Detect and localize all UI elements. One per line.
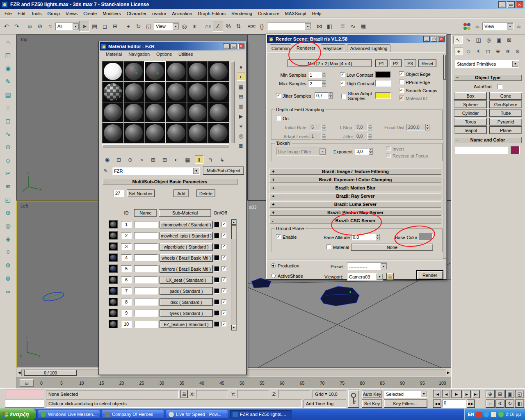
get-material-icon[interactable]: ◉ <box>103 155 112 164</box>
material-color-swatch[interactable] <box>214 244 219 249</box>
sample-slot[interactable] <box>123 102 145 123</box>
id-field[interactable]: 4 <box>121 254 132 261</box>
curve-editor-icon[interactable]: ∿ <box>348 21 358 32</box>
previous-frame-icon[interactable]: ◀ <box>442 390 450 398</box>
id-field[interactable]: 2 <box>121 232 132 239</box>
current-frame-field[interactable]: 0 <box>442 399 466 408</box>
material-color-swatch[interactable] <box>214 266 219 272</box>
quick-render-icon[interactable]: ☕ <box>514 21 524 32</box>
time-step-forward-icon[interactable]: ▶ <box>446 370 450 376</box>
box-button[interactable]: Box <box>454 92 487 100</box>
utilities-panel-icon[interactable]: ∞ <box>2 286 14 297</box>
sample-slot[interactable] <box>166 82 187 102</box>
invert-checkbox[interactable] <box>386 146 391 151</box>
render-viewport-dropdown[interactable]: Camera03▼ <box>347 273 383 281</box>
key-filters-button[interactable]: Key Filters... <box>384 399 427 408</box>
scroll-down-icon[interactable]: ▼ <box>231 325 236 330</box>
name-field[interactable] <box>134 276 158 283</box>
add-button[interactable]: Add <box>173 189 189 197</box>
unlink-selection-icon[interactable]: ⊘ <box>35 21 45 32</box>
arc-rotate-icon[interactable]: ↻ <box>505 399 514 408</box>
exponent-spinner[interactable]: 3,0▲▼ <box>355 148 373 155</box>
sub-material-button[interactable]: disc ( Standard ) <box>160 298 213 306</box>
menu-modifiers[interactable]: Modifiers <box>100 10 124 17</box>
material-name-dropdown[interactable]: FZR▼ <box>112 167 200 175</box>
name-field[interactable] <box>134 321 158 328</box>
selection-region-icon[interactable]: ◻ <box>100 21 110 32</box>
maximize-button[interactable]: ▭ <box>231 43 237 49</box>
material-color-swatch[interactable] <box>214 288 219 294</box>
sub-material-button[interactable]: chromowheel ( Standard ) <box>160 221 213 228</box>
onoff-checkbox[interactable] <box>221 266 226 271</box>
menu-animation[interactable]: Animation <box>169 10 195 17</box>
sample-slot[interactable] <box>123 123 145 143</box>
y-coordinate-field[interactable] <box>237 390 269 398</box>
onoff-checkbox[interactable] <box>221 222 226 227</box>
tab-motion-icon[interactable]: ◎ <box>484 36 493 44</box>
primitive-category-dropdown[interactable]: Standard Primitives▼ <box>455 60 519 68</box>
spring-icon[interactable]: ∿ <box>2 128 14 139</box>
sphere-button[interactable]: Sphere <box>454 100 487 108</box>
zoom-icon[interactable]: ⊕ <box>486 390 495 398</box>
toy-car-wheel-icon[interactable]: ◎ <box>2 220 14 231</box>
key-mode-toggle-icon[interactable]: ◀◀ <box>433 399 441 408</box>
name-field[interactable] <box>134 221 158 228</box>
rollout-luma-server[interactable]: +Brazil: Luma Server <box>269 201 441 208</box>
material-thumbnail[interactable] <box>109 320 118 328</box>
high-contrast-checkbox[interactable] <box>340 81 345 86</box>
viewport-top-label[interactable]: Top <box>20 37 27 42</box>
ground-enable-checkbox[interactable] <box>276 234 281 239</box>
minimize-button[interactable]: _ <box>423 36 430 42</box>
zoom-region-icon[interactable]: ◱ <box>515 390 524 398</box>
name-field[interactable] <box>134 299 158 306</box>
show-end-result-icon[interactable]: ‖ <box>195 155 203 164</box>
material-thumbnail[interactable] <box>109 265 118 273</box>
render-button[interactable]: Render <box>417 271 443 279</box>
wind-icon[interactable]: ◰ <box>2 194 14 205</box>
material-color-swatch[interactable] <box>214 255 219 260</box>
initial-rate-spinner[interactable]: 5▲▼ <box>310 124 326 130</box>
create-animation-icon[interactable]: ⊗ <box>2 273 14 284</box>
id-field[interactable]: 9 <box>121 310 132 317</box>
analyze-world-icon[interactable]: ⊛ <box>2 260 14 271</box>
make-preview-icon[interactable]: ▶ <box>237 112 245 120</box>
geometry-icon[interactable]: ● <box>454 48 463 55</box>
redo-icon[interactable]: ↷ <box>11 21 22 32</box>
sub-material-button[interactable]: wheels ( Brazil Basic Mtl ) <box>160 254 213 262</box>
onoff-checkbox[interactable] <box>221 277 226 282</box>
viewport-left-label[interactable]: Left <box>21 203 28 208</box>
chevron-down-icon[interactable]: ▼ <box>381 263 387 269</box>
onoff-checkbox[interactable] <box>221 255 226 260</box>
task-live-for-speed[interactable]: Live for Speed - Pow... <box>166 410 228 419</box>
chevron-down-icon[interactable]: ▼ <box>507 23 513 30</box>
id-field[interactable]: 10 <box>121 321 132 328</box>
go-to-start-icon[interactable]: |◀ <box>433 390 441 398</box>
tab-hierarchy-icon[interactable]: ◫ <box>474 36 483 44</box>
base-color-swatch[interactable] <box>419 233 433 240</box>
basic-parameters-rollout[interactable]: –Multi/Sub-Object Basic Parameters <box>102 179 237 185</box>
id-field[interactable]: 1 <box>121 221 132 228</box>
sample-slot[interactable] <box>102 102 123 123</box>
sample-slot[interactable] <box>123 61 145 82</box>
render-dialog-scrollbar[interactable] <box>443 54 446 259</box>
menu-utilities[interactable]: Utilities <box>176 51 196 57</box>
tab-common[interactable]: Common <box>270 44 291 52</box>
object-edge-checkbox[interactable] <box>399 71 404 76</box>
zoom-all-icon[interactable]: ⊞ <box>495 390 504 398</box>
helpers-icon[interactable]: ⊕ <box>493 48 502 55</box>
track-bar[interactable]: ▤ 05101520253035404550556065707580859095… <box>16 377 451 388</box>
rollout-photon-map-server[interactable]: +Brazil: Photon Map Server <box>269 210 441 216</box>
go-forward-to-sibling-icon[interactable]: ↳ <box>218 155 226 164</box>
lights-icon[interactable]: ☀ <box>474 48 483 55</box>
sample-slot[interactable] <box>144 123 166 143</box>
ragdoll-icon[interactable]: ✂ <box>2 168 14 179</box>
motor-icon[interactable]: ⊕ <box>2 207 14 218</box>
close-button[interactable]: ✕ <box>516 1 523 8</box>
chevron-down-icon[interactable]: ▼ <box>173 23 179 30</box>
mini-curve-editor-button[interactable]: ▤ <box>20 379 34 387</box>
chevron-down-icon[interactable]: ▼ <box>73 23 79 30</box>
pyramid-button[interactable]: Pyramid <box>489 118 522 126</box>
tray-security-shield-icon[interactable] <box>476 412 482 417</box>
mirror-icon[interactable]: ⋈ <box>314 21 324 32</box>
reset-map-icon[interactable]: × <box>137 155 146 164</box>
